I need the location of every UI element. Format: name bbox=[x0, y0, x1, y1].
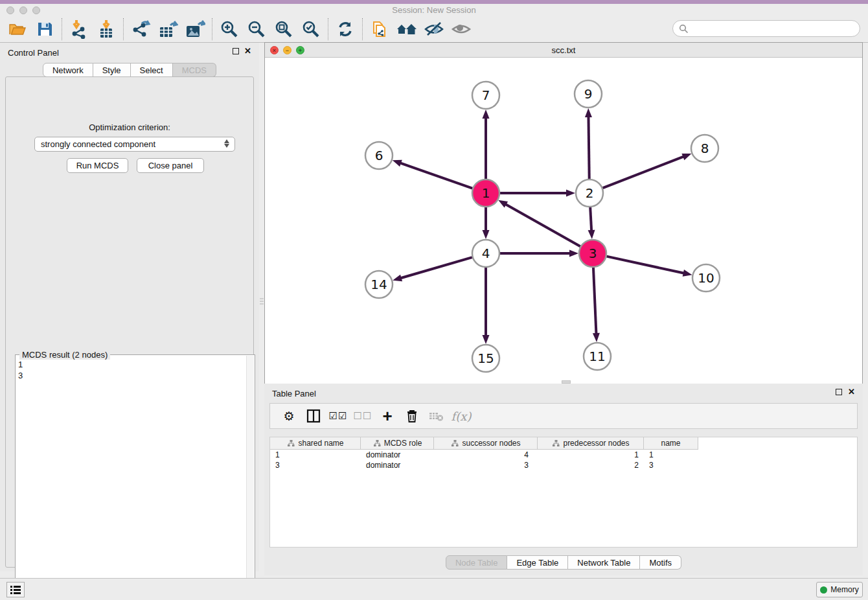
table-body: 1dominator4113dominator323 bbox=[270, 450, 857, 470]
node-label-8: 8 bbox=[701, 141, 709, 156]
table-cell[interactable]: dominator bbox=[361, 460, 434, 470]
result-scrollbar[interactable] bbox=[246, 356, 254, 595]
edge-arrowhead bbox=[566, 190, 575, 197]
table-cell[interactable]: 1 bbox=[644, 450, 698, 460]
import-table-icon[interactable] bbox=[93, 17, 120, 41]
memory-status-icon bbox=[820, 586, 827, 594]
refresh-icon[interactable] bbox=[332, 17, 359, 41]
hide-selected-eye-icon[interactable] bbox=[420, 17, 448, 41]
show-all-eye-icon[interactable] bbox=[448, 17, 475, 41]
search-icon bbox=[679, 24, 689, 34]
edge-arrowhead bbox=[483, 110, 490, 119]
zoom-in-icon[interactable] bbox=[216, 17, 243, 41]
import-network-icon[interactable] bbox=[65, 17, 93, 41]
edge-3-1[interactable] bbox=[505, 203, 580, 246]
edge-arrowhead bbox=[483, 335, 490, 344]
column-header-predecessor-nodes[interactable]: predecessor nodes bbox=[538, 437, 644, 450]
zoom-out-icon[interactable] bbox=[243, 17, 270, 41]
deselect-all-rows-icon[interactable]: ☐☐ bbox=[352, 406, 374, 426]
tab-select[interactable]: Select bbox=[131, 63, 173, 77]
edge-3-11[interactable] bbox=[593, 268, 597, 335]
save-session-icon[interactable] bbox=[31, 17, 58, 41]
control-panel-title: Control Panel bbox=[8, 48, 59, 58]
table-settings-gear-icon[interactable]: ⚙ bbox=[278, 406, 300, 426]
table-cell[interactable]: 2 bbox=[538, 460, 644, 470]
network-canvas[interactable]: 1234678910111415 bbox=[265, 58, 862, 384]
node-label-7: 7 bbox=[482, 87, 490, 103]
mcds-result-text[interactable]: 1 3 bbox=[18, 359, 244, 594]
export-network-icon[interactable] bbox=[127, 17, 154, 41]
edge-2-3[interactable] bbox=[590, 207, 591, 232]
zoom-selected-icon[interactable] bbox=[297, 17, 325, 41]
tab-network-table[interactable]: Network Table bbox=[568, 555, 640, 570]
home-icon[interactable] bbox=[393, 17, 420, 41]
edge-arrowhead bbox=[393, 160, 402, 167]
table-cell[interactable]: 3 bbox=[644, 460, 698, 470]
float-panel-icon[interactable] bbox=[233, 48, 239, 54]
table-cell[interactable]: 3 bbox=[434, 460, 538, 470]
open-file-icon[interactable] bbox=[4, 17, 31, 41]
table-panel: Table Panel ✕ ⚙ ☑☑ ☐☐ + f(x) shared name… bbox=[264, 384, 863, 575]
search-input[interactable] bbox=[691, 22, 860, 35]
edge-arrowhead bbox=[393, 275, 402, 282]
edge-arrowhead bbox=[593, 333, 600, 342]
app-titlebar: Session: New Session bbox=[0, 4, 868, 16]
edge-4-14[interactable] bbox=[400, 257, 472, 279]
node-table[interactable]: shared nameMCDS rolesuccessor nodesprede… bbox=[269, 437, 858, 548]
search-field[interactable] bbox=[672, 20, 860, 37]
run-mcds-button[interactable]: Run MCDS bbox=[67, 158, 128, 173]
table-cell[interactable]: 1 bbox=[538, 450, 644, 460]
close-table-panel-icon[interactable]: ✕ bbox=[848, 388, 855, 396]
table-cell[interactable]: dominator bbox=[361, 450, 434, 460]
edge-3-10[interactable] bbox=[606, 257, 685, 273]
column-header-shared-name[interactable]: shared name bbox=[270, 437, 361, 450]
control-panel-tabs: NetworkStyleSelectMCDS bbox=[0, 63, 259, 77]
edge-arrowhead bbox=[569, 250, 578, 257]
table-row[interactable]: 3dominator323 bbox=[270, 460, 857, 470]
task-history-button[interactable] bbox=[6, 582, 25, 597]
zoom-fit-icon[interactable] bbox=[270, 17, 297, 41]
node-label-15: 15 bbox=[477, 351, 494, 366]
node-label-10: 10 bbox=[698, 270, 714, 286]
tab-node-table[interactable]: Node Table bbox=[446, 555, 508, 570]
edge-1-6[interactable] bbox=[399, 163, 472, 189]
close-panel-button[interactable]: Close panel bbox=[137, 158, 204, 173]
table-cell[interactable]: 1 bbox=[270, 450, 361, 460]
hierarchy-icon bbox=[553, 440, 560, 447]
task-list-icon bbox=[10, 585, 21, 594]
export-image-icon[interactable] bbox=[181, 17, 209, 41]
tab-network[interactable]: Network bbox=[43, 63, 93, 77]
node-label-9: 9 bbox=[584, 86, 593, 102]
memory-button[interactable]: Memory bbox=[816, 582, 863, 597]
network-graph-svg[interactable]: 1234678910111415 bbox=[265, 58, 862, 384]
split-panel-icon[interactable] bbox=[303, 406, 325, 426]
column-header-name[interactable]: name bbox=[644, 437, 698, 450]
panel-divider-grip[interactable] bbox=[260, 298, 264, 311]
select-all-rows-icon[interactable]: ☑☑ bbox=[327, 406, 349, 426]
close-panel-icon[interactable]: ✕ bbox=[244, 47, 251, 55]
delete-column-trash-icon[interactable] bbox=[401, 406, 423, 426]
column-header-MCDS-role[interactable]: MCDS role bbox=[361, 437, 434, 450]
edge-2-9[interactable] bbox=[588, 115, 589, 179]
tab-motifs[interactable]: Motifs bbox=[640, 555, 681, 570]
add-column-icon[interactable]: + bbox=[376, 406, 398, 426]
table-cell[interactable]: 3 bbox=[270, 460, 361, 470]
edge-arrowhead bbox=[483, 230, 490, 239]
optimization-criterion-label: Optimization criterion: bbox=[6, 122, 253, 132]
network-window-titlebar: × − + scc.txt bbox=[265, 43, 862, 58]
table-row[interactable]: 1dominator411 bbox=[270, 450, 857, 460]
tab-style[interactable]: Style bbox=[93, 63, 131, 77]
edge-2-8[interactable] bbox=[603, 156, 685, 188]
table-cell[interactable]: 4 bbox=[434, 450, 538, 460]
memory-label: Memory bbox=[830, 585, 858, 594]
hierarchy-icon bbox=[288, 440, 295, 447]
column-header-successor-nodes[interactable]: successor nodes bbox=[434, 437, 538, 450]
table-panel-tabs: Node TableEdge TableNetwork TableMotifs bbox=[264, 555, 863, 570]
criterion-select[interactable]: strongly connected component bbox=[34, 137, 235, 152]
export-table-icon[interactable] bbox=[154, 17, 181, 41]
table-toolbar: ⚙ ☑☑ ☐☐ + f(x) bbox=[269, 403, 858, 429]
tab-mcds[interactable]: MCDS bbox=[173, 63, 216, 77]
float-table-panel-icon[interactable] bbox=[836, 389, 842, 395]
tab-edge-table[interactable]: Edge Table bbox=[507, 555, 568, 570]
clone-network-icon[interactable] bbox=[366, 17, 393, 41]
